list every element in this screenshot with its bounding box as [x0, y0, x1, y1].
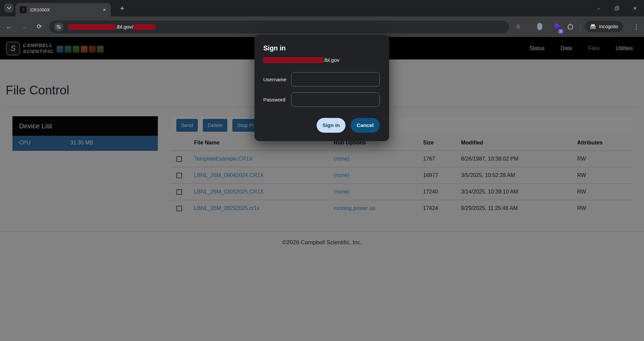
browser-tab-cr1000x[interactable]: S CR1000X ✕: [15, 3, 111, 16]
window-close-button[interactable]: ✕: [626, 0, 644, 16]
url-redaction-box: [68, 24, 116, 30]
incognito-spy-icon: [590, 24, 596, 29]
window-minimize-button[interactable]: –: [590, 0, 608, 16]
mouse-extension-icon[interactable]: [535, 21, 545, 32]
extension-badge: 7: [558, 29, 563, 34]
window-restore-button[interactable]: [608, 0, 626, 16]
username-field[interactable]: [291, 72, 380, 87]
restore-icon: [615, 6, 619, 10]
signin-button[interactable]: Sign in: [317, 118, 346, 133]
tab-strip: S CR1000X ✕ + – ✕: [0, 0, 644, 16]
chevron-down-icon: [7, 7, 11, 9]
extensions-puzzle-icon[interactable]: [565, 21, 576, 32]
window-controls: – ✕: [590, 0, 644, 16]
cancel-button[interactable]: Cancel: [351, 118, 380, 133]
new-tab-button[interactable]: +: [118, 4, 127, 13]
diamond-extension-icon[interactable]: 7: [552, 21, 562, 32]
address-bar[interactable]: .lbl.gov/: [49, 20, 509, 33]
incognito-label: Incognito: [599, 24, 618, 29]
dialog-host: .lbl.gov: [263, 57, 339, 63]
dialog-title: Sign in: [263, 44, 286, 52]
host-redaction-box: [263, 57, 323, 63]
username-label: Username: [263, 77, 286, 82]
bookmark-star-icon[interactable]: ☆: [513, 21, 523, 32]
forward-button: →: [18, 21, 30, 32]
browser-menu-icon[interactable]: ⋮: [631, 21, 641, 32]
toolbar-divider: [581, 23, 581, 31]
url-redaction-box: [133, 24, 155, 30]
password-field[interactable]: [291, 92, 380, 107]
tab-title: CR1000X: [30, 7, 101, 12]
tab-close-icon[interactable]: ✕: [101, 6, 108, 13]
web-page: S CAMPBELL SCIENTIFIC Status Data Files …: [0, 37, 644, 341]
campbell-favicon-icon: S: [19, 6, 27, 13]
back-button[interactable]: ←: [3, 21, 15, 32]
browser-toolbar: ← → ⟳ .lbl.gov/ ☆ 7 Incognito ⋮: [0, 16, 644, 37]
signin-dialog: Sign in .lbl.gov Username Password Sign …: [255, 35, 389, 141]
site-info-icon[interactable]: [54, 22, 63, 32]
reload-button[interactable]: ⟳: [34, 21, 45, 32]
password-label: Password: [263, 97, 285, 102]
browser-window: S CR1000X ✕ + – ✕ ← → ⟳ .lbl.gov/ ☆: [0, 0, 644, 341]
host-suffix: .lbl.gov: [323, 57, 339, 63]
tab-search-button[interactable]: [4, 3, 13, 12]
url-text: .lbl.gov/: [116, 24, 133, 30]
incognito-badge: Incognito: [585, 21, 623, 32]
